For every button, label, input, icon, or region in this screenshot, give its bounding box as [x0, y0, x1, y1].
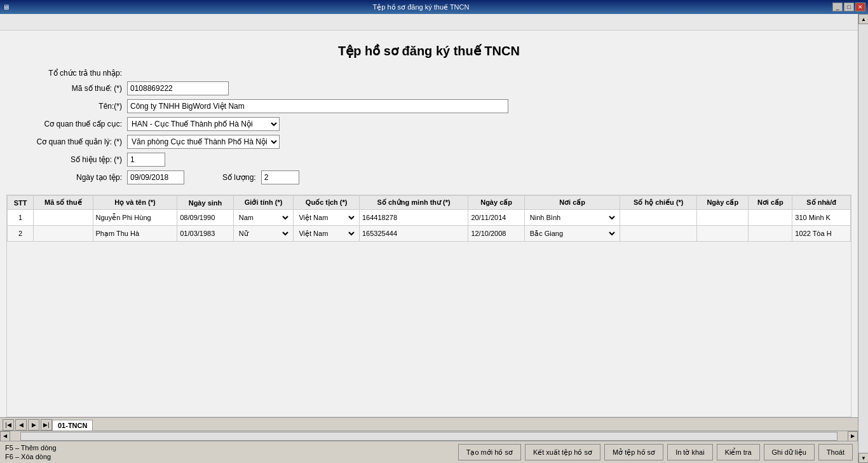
nav-first-button[interactable]: |◀: [3, 419, 14, 431]
table-cell[interactable]: 08/09/1990: [177, 210, 233, 226]
maximize-button[interactable]: □: [844, 3, 854, 11]
table-cell[interactable]: 01/03/1983: [177, 226, 233, 242]
ten-label: Tên:(*): [13, 102, 127, 111]
v-scroll-track[interactable]: [858, 24, 868, 453]
data-table: STT Mã số thuế Họ và tên (*) Ngày sinh G…: [7, 195, 851, 242]
col-ngay-cap-hc: Ngày cấp: [697, 196, 749, 210]
nav-next-button[interactable]: ▶: [28, 419, 39, 431]
table-cell[interactable]: [34, 226, 93, 242]
ghi-du-lieu-button[interactable]: Ghi dữ liệu: [764, 444, 815, 460]
scroll-down-button[interactable]: ▼: [858, 453, 868, 463]
table-cell[interactable]: 165325444: [359, 226, 468, 242]
ten-input[interactable]: [127, 99, 508, 113]
table-cell[interactable]: [34, 210, 93, 226]
col-quoc-tich: Quốc tịch (*): [294, 196, 360, 210]
shortcut-f6: F6 – Xóa dòng: [5, 453, 57, 460]
footer-shortcuts: F5 – Thêm dòng F6 – Xóa dòng: [5, 444, 57, 460]
ket-xuat-tep-button[interactable]: Kết xuất tệp hồ sơ: [525, 444, 600, 460]
title-bar-icon: 🖥: [3, 3, 10, 11]
scroll-right-button[interactable]: ▶: [848, 431, 858, 441]
table-cell[interactable]: [620, 226, 697, 242]
ngay-tao-tep-input[interactable]: [127, 170, 184, 184]
nav-buttons: |◀ ◀ ▶ ▶|: [3, 419, 52, 431]
tao-moi-ho-so-button[interactable]: Tạo mới hồ sơ: [458, 444, 521, 460]
footer-bar: F5 – Thêm dòng F6 – Xóa dòng Tạo mới hồ …: [0, 441, 858, 463]
table-cell[interactable]: Việt NamKhác: [294, 210, 360, 226]
mo-tep-ho-so-button[interactable]: Mở tệp hồ sơ: [604, 444, 663, 460]
v-scrollbar: ▲ ▼: [858, 14, 868, 463]
h-scrollbar-area: ◀ ▶: [0, 431, 858, 441]
table-header-row: STT Mã số thuế Họ và tên (*) Ngày sinh G…: [8, 196, 851, 210]
ma-so-thue-label: Mã số thuế: (*): [13, 84, 127, 93]
table-cell[interactable]: [697, 210, 749, 226]
shortcut-f5: F5 – Thêm dòng: [5, 444, 57, 452]
so-hieu-tep-input[interactable]: [127, 153, 165, 167]
co-quan-ql-select[interactable]: Văn phòng Cục thuế Thành Phố Hà Nội Chi …: [127, 135, 280, 149]
table-row: 2Phạm Thu Hà01/03/1983NamNữViệt NamKhác1…: [8, 226, 851, 242]
bottom-tabs: |◀ ◀ ▶ ▶| 01-TNCN: [0, 417, 858, 431]
col-noi-cap-hc: Nơi cấp: [749, 196, 792, 210]
ten-row: Tên:(*): [13, 99, 845, 113]
ngay-tao-tep-row: Ngày tạo tệp: Số lượng:: [13, 170, 845, 184]
so-hieu-tep-label: Số hiệu tệp: (*): [13, 155, 127, 164]
data-table-container: STT Mã số thuế Họ và tên (*) Ngày sinh G…: [6, 195, 851, 417]
form-area: Tệp hồ sơ đăng ký thuế TNCN Tổ chức trả …: [0, 31, 858, 195]
table-cell[interactable]: Ninh BìnhBắc GiangHà NộiTP Hồ Chí Minh: [524, 226, 620, 242]
so-luong-input[interactable]: [261, 170, 299, 184]
title-bar-text: Tệp hồ sơ đăng ký thuế TNCN: [373, 3, 470, 11]
tab-01-tncn[interactable]: 01-TNCN: [52, 420, 93, 431]
table-cell[interactable]: Phạm Thu Hà: [93, 226, 177, 242]
table-row: 1Nguyễn Phi Hùng08/09/1990NamNữViệt NamK…: [8, 210, 851, 226]
col-ho-va-ten: Họ và tên (*): [93, 196, 177, 210]
close-button[interactable]: ✕: [855, 3, 865, 11]
in-to-khai-button[interactable]: In tờ khai: [667, 444, 713, 460]
co-quan-ql-label: Cơ quan thuế quản lý: (*): [13, 137, 127, 146]
col-ngay-sinh: Ngày sinh: [177, 196, 233, 210]
table-cell[interactable]: [620, 210, 697, 226]
table-cell[interactable]: 20/11/2014: [468, 210, 524, 226]
col-so-cmt: Số chứng minh thư (*): [359, 196, 468, 210]
table-cell: 310 Minh K: [792, 210, 851, 226]
col-so-hc: Số hộ chiếu (*): [620, 196, 697, 210]
table-cell[interactable]: NamNữ: [233, 226, 294, 242]
col-noi-cap-cmt: Nơi cấp: [524, 196, 620, 210]
ma-so-thue-input[interactable]: [127, 81, 229, 95]
title-bar: 🖥 Tệp hồ sơ đăng ký thuế TNCN _ □ ✕: [0, 0, 868, 14]
page-title: Tệp hồ sơ đăng ký thuế TNCN: [13, 43, 845, 59]
table-cell: 1022 Tòa H: [792, 226, 851, 242]
table-cell[interactable]: [749, 226, 792, 242]
toolbar-area: [0, 14, 858, 31]
to-chuc-row: Tổ chức trả thu nhập:: [13, 69, 845, 78]
col-so-nha: Số nhà/đ: [792, 196, 851, 210]
table-cell: 1: [8, 210, 34, 226]
kiem-tra-button[interactable]: Kiểm tra: [717, 444, 760, 460]
table-cell[interactable]: [697, 226, 749, 242]
table-cell[interactable]: 12/10/2008: [468, 226, 524, 242]
table-cell[interactable]: Việt NamKhác: [294, 226, 360, 242]
co-quan-cap-select[interactable]: HAN - Cục Thuế Thành phố Hà Nội HCM - Cụ…: [127, 117, 280, 131]
table-cell[interactable]: Nguyễn Phi Hùng: [93, 210, 177, 226]
h-scrollbar[interactable]: [20, 432, 837, 441]
table-cell[interactable]: Ninh BìnhBắc GiangHà NộiTP Hồ Chí Minh: [524, 210, 620, 226]
col-ngay-cap-cmt: Ngày cấp: [468, 196, 524, 210]
nav-prev-button[interactable]: ◀: [15, 419, 27, 431]
ma-so-thue-row: Mã số thuế: (*): [13, 81, 845, 95]
table-cell[interactable]: 164418278: [359, 210, 468, 226]
nav-last-button[interactable]: ▶|: [41, 419, 52, 431]
col-ma-so-thue: Mã số thuế: [34, 196, 93, 210]
co-quan-cap-label: Cơ quan thuế cấp cục:: [13, 120, 127, 128]
thoat-button[interactable]: Thoát: [818, 444, 853, 460]
scroll-up-button[interactable]: ▲: [858, 14, 868, 24]
scroll-left-button[interactable]: ◀: [0, 431, 10, 441]
co-quan-ql-row: Cơ quan thuế quản lý: (*) Văn phòng Cục …: [13, 135, 845, 149]
table-cell[interactable]: [749, 210, 792, 226]
to-chuc-label: Tổ chức trả thu nhập:: [13, 69, 127, 78]
table-cell: 2: [8, 226, 34, 242]
table-cell[interactable]: NamNữ: [233, 210, 294, 226]
ngay-tao-tep-label: Ngày tạo tệp:: [13, 173, 127, 182]
minimize-button[interactable]: _: [832, 3, 843, 11]
so-luong-label: Số lượng:: [222, 173, 256, 182]
col-gioi-tinh: Giới tính (*): [233, 196, 294, 210]
col-stt: STT: [8, 196, 34, 210]
footer-buttons: Tạo mới hồ sơ Kết xuất tệp hồ sơ Mở tệp …: [458, 444, 853, 460]
